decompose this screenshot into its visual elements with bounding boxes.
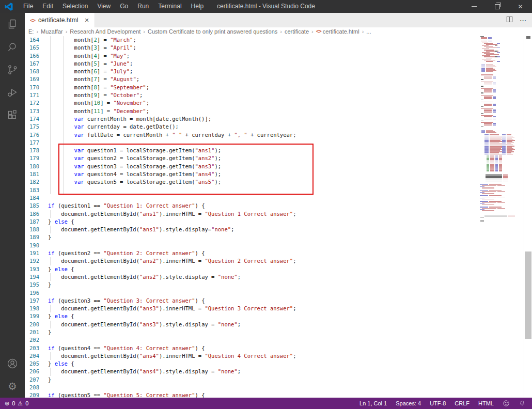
line-number[interactable]: 206 [25,368,39,375]
split-editor-icon[interactable] [506,15,513,25]
code-line[interactable]: 191if (quesiton2 == "Question 2: Correct… [25,249,532,257]
code-line[interactable]: 201} [25,328,532,336]
minimize-button[interactable] [462,0,486,13]
line-number[interactable]: 193 [25,265,39,273]
code-line[interactable]: 198 document.getElementById("ans3").inne… [25,305,532,312]
line-number[interactable]: 201 [25,328,39,336]
scrollbar-thumb[interactable] [525,251,531,339]
code-line[interactable]: 208 [25,384,532,391]
source-control-icon[interactable] [0,58,25,81]
line-number[interactable]: 186 [25,210,39,218]
code-line[interactable]: 200 document.getElementById("ans3").styl… [25,321,532,328]
code-line[interactable]: 171 month[9] = "October"; [25,91,532,99]
line-number[interactable]: 200 [25,321,39,328]
menu-edit[interactable]: Edit [38,0,58,13]
line-number[interactable]: 199 [25,312,39,320]
code-line[interactable]: 195} [25,281,532,289]
code-line[interactable]: 181 var quesiton4 = localStorage.getItem… [25,170,532,178]
code-line[interactable]: 176 var fullDate = currentMonth + " " + … [25,131,532,139]
eol-status[interactable]: CRLF [455,400,470,406]
code-line[interactable]: 199} else { [25,312,532,320]
menu-terminal[interactable]: Terminal [153,0,186,13]
menu-help[interactable]: Help [186,0,209,13]
code-line[interactable]: 170 month[8] = "September"; [25,84,532,91]
account-icon[interactable] [0,352,25,375]
line-number[interactable]: 182 [25,178,39,186]
code-line[interactable]: 174 var currentMonth = month[date.getMon… [25,115,532,123]
line-number[interactable]: 172 [25,99,39,107]
code-line[interactable]: 175 var currentday = date.getDate(); [25,123,532,131]
code-line[interactable]: 164 month[2] = "March"; [25,36,532,44]
line-number[interactable]: 192 [25,257,39,265]
problems-status[interactable]: ⊗ 0 ⚠ 0 [0,400,28,406]
code-line[interactable]: 168 month[6] = "July"; [25,68,532,75]
code-line[interactable]: 180 var quesiton3 = localStorage.getItem… [25,163,532,170]
line-number[interactable]: 189 [25,233,39,241]
line-number[interactable]: 197 [25,297,39,305]
settings-gear-icon[interactable]: ⚙ [0,375,25,398]
menu-view[interactable]: View [92,0,115,13]
extensions-icon[interactable] [0,104,25,127]
line-number[interactable]: 185 [25,202,39,210]
code-line[interactable]: 190 [25,242,532,249]
breadcrumb-folder[interactable]: Research And Development [70,28,140,35]
tab-certificate-html[interactable]: <> certificate.html ✕ [25,13,95,27]
explorer-icon[interactable] [0,13,25,36]
line-number[interactable]: 207 [25,376,39,384]
line-number[interactable]: 178 [25,147,39,154]
scrollbar[interactable] [524,35,532,398]
line-number[interactable]: 169 [25,75,39,83]
code-line[interactable]: 207} [25,376,532,384]
code-line[interactable]: 186 document.getElementById("ans1").inne… [25,210,532,218]
line-number[interactable]: 196 [25,289,39,297]
line-number[interactable]: 184 [25,194,39,202]
menu-file[interactable]: File [19,0,38,13]
code-line[interactable]: 187} else { [25,218,532,226]
line-number[interactable]: 209 [25,391,39,398]
line-number[interactable]: 191 [25,249,39,257]
code-line[interactable]: 169 month[7] = "August"; [25,75,532,83]
line-number[interactable]: 181 [25,170,39,178]
line-number[interactable]: 179 [25,154,39,162]
code-line[interactable]: 197if (quesiton3 == "Question 3: Correct… [25,297,532,305]
line-number[interactable]: 176 [25,131,39,139]
line-number[interactable]: 187 [25,218,39,226]
close-button[interactable]: ✕ [509,0,532,13]
line-number[interactable]: 183 [25,186,39,194]
code-line[interactable]: 179 var quesiton2 = localStorage.getItem… [25,154,532,162]
code-line[interactable]: 182 var quesiton5 = localStorage.getItem… [25,178,532,186]
menu-run[interactable]: Run [133,0,153,13]
tab-close-icon[interactable]: ✕ [84,17,89,24]
breadcrumb-drive[interactable]: E: [28,28,34,35]
language-mode[interactable]: HTML [478,400,494,406]
code-line[interactable]: 177 [25,139,532,147]
search-icon[interactable] [0,36,25,58]
breadcrumb-folder[interactable]: Custom Certificate to only print answere… [148,28,277,35]
code-line[interactable]: 172 month[10] = "November"; [25,99,532,107]
encoding-status[interactable]: UTF-8 [430,400,446,406]
code-line[interactable]: 192 document.getElementById("ans2").inne… [25,257,532,265]
code-line[interactable]: 165 month[3] = "April"; [25,44,532,52]
code-line[interactable]: 189} [25,233,532,241]
line-number[interactable]: 166 [25,52,39,60]
line-number[interactable]: 175 [25,123,39,131]
breadcrumb-overflow[interactable]: ... [366,28,371,35]
line-number[interactable]: 177 [25,139,39,147]
breadcrumb-folder[interactable]: certificate [285,28,309,35]
code-line[interactable]: 173 month[11] = "December"; [25,107,532,115]
menu-selection[interactable]: Selection [58,0,92,13]
line-number[interactable]: 170 [25,84,39,91]
restore-button[interactable] [486,0,509,13]
code-line[interactable]: 166 month[4] = "May"; [25,52,532,60]
indentation-status[interactable]: Spaces: 4 [396,400,421,406]
code-editor[interactable]: 164 month[2] = "March";165 month[3] = "A… [25,35,532,398]
code-line[interactable]: 193} else { [25,265,532,273]
code-line[interactable]: 167 month[5] = "June"; [25,60,532,68]
line-number[interactable]: 208 [25,384,39,391]
line-number[interactable]: 180 [25,163,39,170]
line-number[interactable]: 168 [25,68,39,75]
line-number[interactable]: 190 [25,242,39,249]
code-line[interactable]: 206 document.getElementById("ans4").styl… [25,368,532,375]
run-debug-icon[interactable] [0,81,25,104]
line-number[interactable]: 188 [25,226,39,233]
